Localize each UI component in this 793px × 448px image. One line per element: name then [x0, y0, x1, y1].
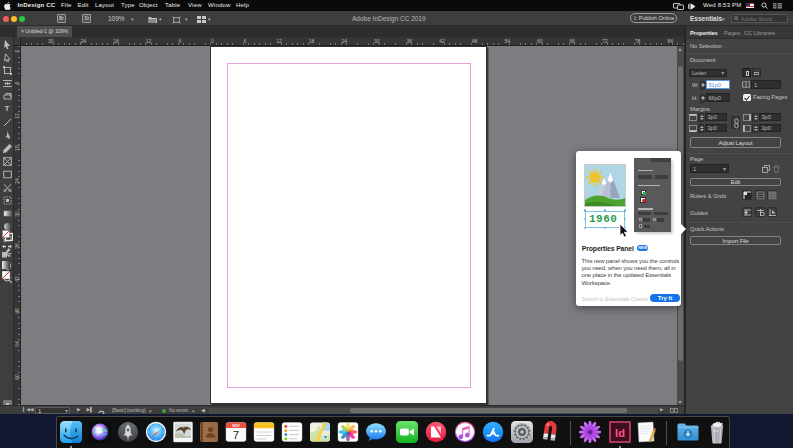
- svg-text:NOV: NOV: [232, 424, 240, 428]
- svg-text:T: T: [8, 252, 12, 258]
- svg-text:Id: Id: [615, 427, 625, 439]
- svg-text:7: 7: [232, 429, 238, 441]
